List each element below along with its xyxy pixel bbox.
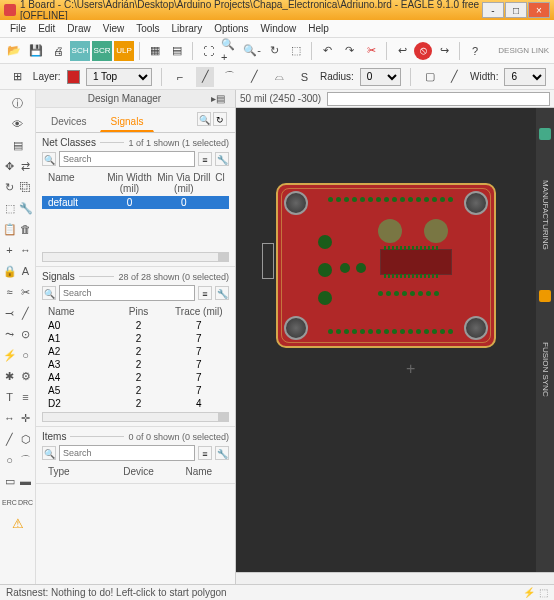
print-icon[interactable]: 🖨 xyxy=(48,41,68,61)
horizontal-scrollbar[interactable] xyxy=(42,412,229,422)
horizontal-scrollbar[interactable] xyxy=(236,572,554,584)
drc-icon[interactable]: DRC xyxy=(19,493,33,511)
value-icon[interactable]: ≈ xyxy=(3,283,17,301)
cam-icon[interactable]: SCH xyxy=(70,41,90,61)
close-button[interactable]: × xyxy=(528,2,550,18)
net-classes-search[interactable] xyxy=(59,151,195,167)
wrench-icon[interactable]: 🔧 xyxy=(215,446,229,460)
split-icon[interactable]: ⤙ xyxy=(3,304,17,322)
bend-style-1-icon[interactable]: ╱ xyxy=(196,67,215,87)
bend-style-4-icon[interactable]: ⌓ xyxy=(270,67,289,87)
menu-help[interactable]: Help xyxy=(302,21,335,36)
poly-icon[interactable]: ⬡ xyxy=(19,430,33,448)
layer-color-swatch[interactable] xyxy=(67,70,80,84)
wrench-icon[interactable]: 🔧 xyxy=(215,286,229,300)
replace-icon[interactable]: ↔ xyxy=(19,241,33,259)
group-icon[interactable]: ⬚ xyxy=(3,199,17,217)
table-row[interactable]: A027 xyxy=(42,319,229,332)
mirror-icon[interactable]: ⇄ xyxy=(19,157,33,175)
route-icon[interactable]: ╱ xyxy=(19,304,33,322)
table-row[interactable]: A227 xyxy=(42,345,229,358)
table-row[interactable]: A527 xyxy=(42,384,229,397)
go-fwd-icon[interactable]: ↪ xyxy=(434,41,454,61)
it-hdr-device[interactable]: Device xyxy=(108,466,168,477)
stop-icon[interactable]: ⦸ xyxy=(414,42,432,60)
ripup-icon[interactable]: ⤳ xyxy=(3,325,17,343)
table-row[interactable]: D224 xyxy=(42,397,229,409)
refresh-icon[interactable]: ↻ xyxy=(213,112,227,126)
miter-icon[interactable]: ▢ xyxy=(420,67,439,87)
sig-hdr-name[interactable]: Name xyxy=(42,306,108,317)
redo-icon[interactable]: ↷ xyxy=(339,41,359,61)
table-row[interactable]: A427 xyxy=(42,371,229,384)
via-icon[interactable]: ⊙ xyxy=(19,325,33,343)
zoom-out-icon[interactable]: 🔍- xyxy=(242,41,262,61)
manufacturing-badge-icon[interactable] xyxy=(539,128,551,140)
filter-icon[interactable]: ≡ xyxy=(198,446,212,460)
rotate-icon[interactable]: ↻ xyxy=(3,178,17,196)
it-hdr-name[interactable]: Name xyxy=(169,466,229,477)
filter-icon[interactable]: ≡ xyxy=(198,286,212,300)
text-icon[interactable]: T xyxy=(3,388,17,406)
menu-draw[interactable]: Draw xyxy=(61,21,96,36)
show-icon[interactable]: 👁 xyxy=(9,115,27,133)
go-back-icon[interactable]: ↩ xyxy=(392,41,412,61)
menu-options[interactable]: Options xyxy=(208,21,254,36)
sync-icon[interactable]: ⚡ xyxy=(523,587,535,598)
zoom-redraw-icon[interactable]: ↻ xyxy=(264,41,284,61)
rect2-icon[interactable]: ▬ xyxy=(19,472,33,490)
add-icon[interactable]: + xyxy=(3,241,17,259)
menu-edit[interactable]: Edit xyxy=(32,21,61,36)
magnify-icon[interactable]: 🔍 xyxy=(197,112,211,126)
erc-icon[interactable]: ERC xyxy=(3,493,17,511)
nc-hdr-cl[interactable]: Cl xyxy=(211,172,229,194)
minimize-button[interactable]: - xyxy=(482,2,504,18)
sig-hdr-trace[interactable]: Trace (mil) xyxy=(169,306,229,317)
help-icon[interactable]: ? xyxy=(465,41,485,61)
move-icon[interactable]: ✥ xyxy=(3,157,17,175)
filter-icon[interactable]: ≡ xyxy=(198,152,212,166)
auto-icon[interactable]: ⚙ xyxy=(19,367,33,385)
bend-style-2-icon[interactable]: ⌒ xyxy=(220,67,239,87)
scr-icon[interactable]: SCR xyxy=(92,41,112,61)
command-input[interactable] xyxy=(327,92,550,106)
manufacturing-tab[interactable]: MANUFACTURING xyxy=(541,180,550,250)
save-icon[interactable]: 💾 xyxy=(26,41,46,61)
table-row[interactable]: default 0 0 xyxy=(42,196,229,209)
schematic-icon[interactable]: ▦ xyxy=(145,41,165,61)
pcb-viewport[interactable]: + MANUFACTURING FUSION SYNC xyxy=(236,108,554,572)
signals-search[interactable] xyxy=(59,285,195,301)
table-row[interactable]: A327 xyxy=(42,358,229,371)
line-icon[interactable]: ╱ xyxy=(3,430,17,448)
layer-select[interactable]: 1 Top xyxy=(86,68,152,86)
name-icon[interactable]: A xyxy=(19,262,33,280)
menu-tools[interactable]: Tools xyxy=(130,21,165,36)
items-search[interactable] xyxy=(59,445,195,461)
panel-menu-icon[interactable]: ▸▤ xyxy=(207,93,229,104)
ratsnest-icon[interactable]: ✱ xyxy=(3,367,17,385)
ulp-icon[interactable]: ULP xyxy=(114,41,134,61)
cancel-icon[interactable]: ✂ xyxy=(361,41,381,61)
rect-icon[interactable]: ▭ xyxy=(3,472,17,490)
bend-style-5-icon[interactable]: S xyxy=(295,67,314,87)
arc-icon[interactable]: ⌒ xyxy=(19,451,33,469)
signals-table[interactable]: A027 A127 A227 A327 A427 A527 D224 D324 … xyxy=(42,319,229,409)
zoom-fit-icon[interactable]: ⛶ xyxy=(198,41,218,61)
fusion-sync-tab[interactable]: FUSION SYNC xyxy=(541,342,550,397)
design-link[interactable]: DESIGN LINK xyxy=(497,41,550,61)
paste-icon[interactable]: 📋 xyxy=(3,220,17,238)
nc-hdr-minw[interactable]: Min Width (mil) xyxy=(102,172,156,194)
smash-icon[interactable]: ✂ xyxy=(19,283,33,301)
open-icon[interactable]: 📂 xyxy=(4,41,24,61)
zoom-select-icon[interactable]: ⬚ xyxy=(286,41,306,61)
bend-style-3-icon[interactable]: ╱ xyxy=(245,67,264,87)
miter2-icon[interactable]: ╱ xyxy=(445,67,464,87)
delete-icon[interactable]: 🗑 xyxy=(19,220,33,238)
bend-style-0-icon[interactable]: ⌐ xyxy=(171,67,190,87)
table-row[interactable]: A127 xyxy=(42,332,229,345)
board-icon[interactable]: ▤ xyxy=(167,41,187,61)
zoom-in-icon[interactable]: 🔍+ xyxy=(220,41,240,61)
attr-icon[interactable]: ≡ xyxy=(19,388,33,406)
wrench-icon[interactable]: 🔧 xyxy=(215,152,229,166)
cloud-icon[interactable]: ⬚ xyxy=(539,587,548,598)
